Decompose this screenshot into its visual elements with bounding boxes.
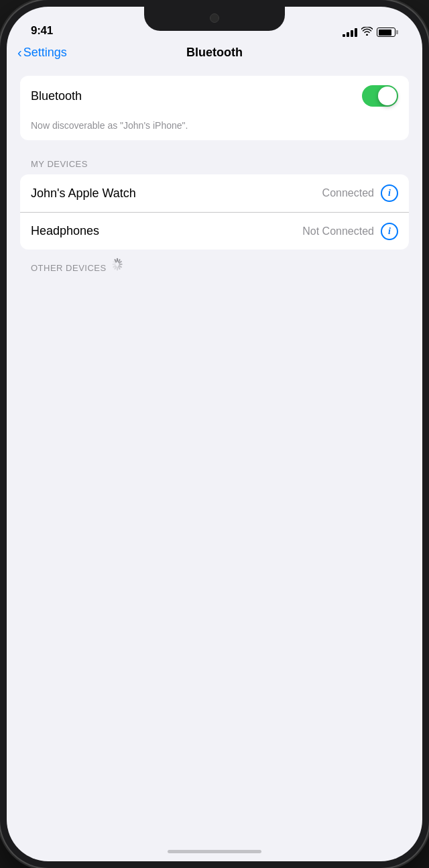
- device-name-apple-watch: John's Apple Watch: [31, 186, 136, 201]
- signal-bar-3: [351, 30, 353, 37]
- device-name-headphones: Headphones: [31, 224, 99, 238]
- svg-line-11: [115, 260, 116, 262]
- page-title: Bluetooth: [186, 46, 243, 60]
- svg-line-4: [119, 266, 121, 267]
- back-button[interactable]: ‹ Settings: [17, 46, 67, 60]
- device-status-right-apple-watch: Connected i: [322, 184, 398, 202]
- device-status-right-headphones: Not Connected i: [302, 223, 398, 240]
- svg-line-1: [118, 260, 119, 262]
- signal-icon: [343, 28, 357, 37]
- notch: [144, 7, 285, 31]
- front-camera: [210, 13, 219, 23]
- signal-bar-4: [355, 28, 357, 37]
- wifi-icon: [361, 27, 373, 38]
- bluetooth-label: Bluetooth: [31, 89, 82, 103]
- device-status-apple-watch: Connected: [322, 187, 374, 199]
- device-row-apple-watch[interactable]: John's Apple Watch Connected i: [20, 174, 409, 212]
- other-devices-section: OTHER DEVICES: [20, 255, 409, 278]
- bluetooth-toggle[interactable]: [362, 85, 398, 107]
- phone-frame: 9:41: [0, 0, 429, 868]
- other-devices-header: OTHER DEVICES: [31, 255, 107, 273]
- svg-line-2: [119, 261, 121, 262]
- device-info-button-apple-watch[interactable]: i: [381, 184, 398, 202]
- content-area: Bluetooth Now discoverable as "John's iP…: [7, 70, 422, 845]
- navigation-bar: ‹ Settings Bluetooth: [7, 43, 422, 70]
- toggle-knob: [378, 87, 397, 105]
- svg-line-7: [115, 266, 116, 268]
- signal-bar-2: [347, 32, 349, 37]
- loading-spinner: [111, 258, 124, 271]
- back-label: Settings: [23, 46, 67, 60]
- screen: 9:41: [7, 7, 422, 861]
- device-row-headphones[interactable]: Headphones Not Connected i: [20, 212, 409, 250]
- status-icons: [343, 27, 398, 38]
- svg-line-8: [113, 266, 115, 267]
- discoverable-text: Now discoverable as "John's iPhone".: [20, 116, 409, 140]
- bluetooth-toggle-card: Bluetooth Now discoverable as "John's iP…: [20, 76, 409, 140]
- svg-line-10: [113, 261, 115, 262]
- status-time: 9:41: [31, 24, 53, 38]
- bluetooth-toggle-row: Bluetooth: [20, 76, 409, 116]
- device-info-button-headphones[interactable]: i: [381, 223, 398, 240]
- my-devices-header: MY DEVICES: [20, 146, 409, 174]
- my-devices-card: John's Apple Watch Connected i Headphone…: [20, 174, 409, 250]
- back-chevron-icon: ‹: [17, 46, 22, 59]
- device-status-headphones: Not Connected: [302, 225, 374, 237]
- home-indicator: [168, 850, 261, 853]
- battery-icon: [377, 28, 398, 37]
- svg-line-5: [118, 266, 119, 268]
- signal-bar-1: [343, 34, 345, 37]
